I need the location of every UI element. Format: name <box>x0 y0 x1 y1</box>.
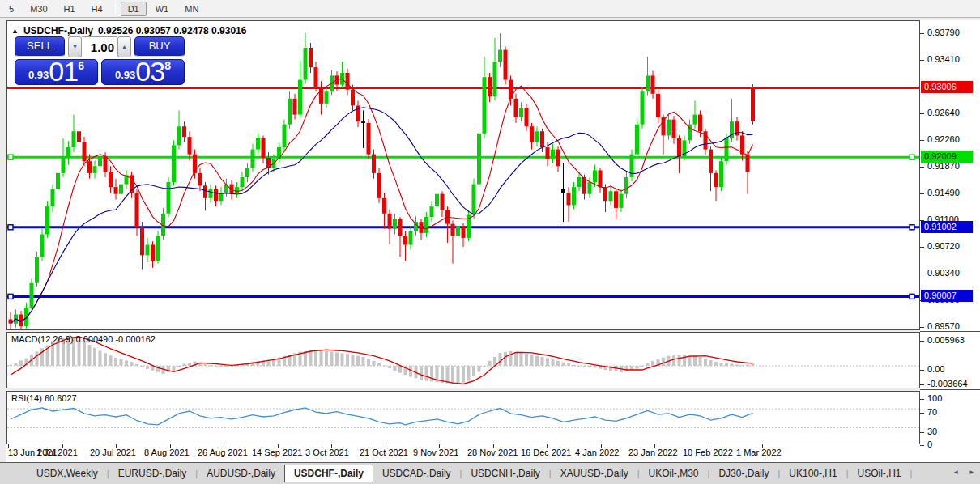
date-label: 21 Oct 2021 <box>360 448 408 457</box>
tab-scroll-arrows: ◄ ► <box>952 469 975 476</box>
horizontal-line-0.92009[interactable] <box>7 155 919 159</box>
date-axis[interactable]: 13 Jun 20211 Jul 202120 Jul 20218 Aug 20… <box>6 444 920 462</box>
price-tick-label: 0.91490 <box>927 188 960 197</box>
line-handle[interactable] <box>910 155 914 159</box>
rsi-line <box>11 408 753 425</box>
rsi-pane[interactable]: RSI(14) 60.6027 <box>6 391 920 444</box>
line-handle[interactable] <box>8 294 13 299</box>
tab-eurusd-daily[interactable]: EURUSD-,Daily <box>109 465 196 482</box>
date-label: 10 Feb 2022 <box>683 448 733 457</box>
date-label: 3 Oct 2021 <box>305 448 349 457</box>
price-tick-label: 0.90340 <box>927 268 960 278</box>
tab-dj30-daily[interactable]: DJ30-,Daily <box>709 465 778 482</box>
axis-tick <box>920 167 924 168</box>
timeframe-h4[interactable]: H4 <box>84 2 110 16</box>
timeframe-m30[interactable]: M30 <box>23 2 54 16</box>
axis-tick <box>920 33 924 34</box>
line-handle[interactable] <box>8 155 13 159</box>
rsi-axis-label: 70 <box>927 407 937 417</box>
volume-stepper: ▼ ▲ <box>68 36 131 57</box>
tab-ukoil-m30[interactable]: UKOil-,M30 <box>640 465 708 482</box>
axis-tick <box>920 327 924 328</box>
price-line-badge: 0.91002 <box>921 221 973 233</box>
date-label: 8 Aug 2021 <box>144 448 190 457</box>
symbol-title: USDCHF-,Daily <box>23 25 93 36</box>
tab-uk100-h1[interactable]: UK100-,H1 <box>780 465 846 482</box>
horizontal-line-0.90007[interactable] <box>7 294 919 299</box>
price-line-badge: 0.92009 <box>921 151 973 163</box>
tab-scroll-left-icon[interactable]: ◄ <box>952 469 959 476</box>
price-tick-label: 0.93410 <box>927 54 960 64</box>
date-label: 1 Mar 2022 <box>736 448 782 457</box>
sell-button[interactable]: SELL <box>15 36 65 57</box>
sell-price-big: 01 <box>49 59 78 83</box>
macd-axis-label: -0.003664 <box>927 379 968 388</box>
price-line-badge: 0.93006 <box>921 81 973 93</box>
sell-price-pip: 6 <box>78 59 84 72</box>
price-tick-label: 0.89570 <box>927 321 960 331</box>
sell-price-prefix: 0.93 <box>28 69 49 81</box>
tab-usdchf-daily[interactable]: USDCHF-,Daily <box>284 465 373 482</box>
tab-xauusd-daily[interactable]: XAUUSD-,Daily <box>552 465 637 482</box>
toolbar-separator <box>115 2 116 15</box>
date-label: 4 Jan 2022 <box>575 448 619 457</box>
buy-price-pip: 8 <box>164 59 171 72</box>
date-label: 20 Jul 2021 <box>90 448 136 457</box>
timeframe-d1[interactable]: D1 <box>121 2 147 16</box>
date-label: 26 Aug 2021 <box>198 448 248 457</box>
volume-input[interactable] <box>82 36 117 57</box>
timeframe-mn[interactable]: MN <box>177 2 206 16</box>
rsi-axis-label: 100 <box>927 393 942 403</box>
axis-tick <box>920 113 924 114</box>
axis-tick <box>920 60 924 61</box>
timeframe-h1[interactable]: H1 <box>57 2 83 16</box>
price-line-badge: 0.90007 <box>921 290 973 302</box>
tab-scroll-right-icon[interactable]: ► <box>969 469 975 476</box>
axis-tick <box>920 193 924 194</box>
date-label: 14 Sep 2021 <box>252 448 302 457</box>
mt4-window: 5M30H1H4D1W1MN MACD(12,26,9) 0.000490 -0… <box>0 0 980 484</box>
rsi-axis-label: 30 <box>927 427 937 436</box>
ohlc-readout: 0.92526 0.93057 0.92478 0.93016 <box>98 25 247 36</box>
line-handle[interactable] <box>910 225 914 230</box>
sell-price[interactable]: 0.93 01 6 <box>15 59 98 85</box>
timeframe-5[interactable]: 5 <box>2 2 21 16</box>
line-handle[interactable] <box>910 294 914 299</box>
price-tick-label: 0.90720 <box>927 241 960 251</box>
line-handle[interactable] <box>8 225 13 230</box>
tab-separator: | <box>910 469 913 478</box>
tab-usdcad-daily[interactable]: USDCAD-,Daily <box>373 465 460 482</box>
tab-usdx-weekly[interactable]: USDX,Weekly <box>28 465 107 482</box>
tab-audusd-daily[interactable]: AUDUSD-,Daily <box>198 465 284 482</box>
price-tick-label: 0.92260 <box>927 134 960 144</box>
tab-usoil-h1[interactable]: USOil-,H1 <box>849 465 910 482</box>
macd-label: MACD(12,26,9) 0.000490 -0.000162 <box>11 334 156 344</box>
buy-button[interactable]: BUY <box>134 36 185 57</box>
axis-tick <box>920 247 924 248</box>
price-tick-label: 0.92640 <box>927 108 960 117</box>
rsi-label: RSI(14) 60.6027 <box>11 393 77 403</box>
timeframe-toolbar: 5M30H1H4D1W1MN <box>0 0 980 18</box>
timeframe-w1[interactable]: W1 <box>148 2 177 16</box>
buy-price[interactable]: 0.93 03 8 <box>101 59 185 85</box>
date-label: 1 Jul 2021 <box>36 448 78 457</box>
price-axis[interactable]: 0.937900.934100.926400.922600.918700.914… <box>920 20 980 462</box>
date-label: 16 Dec 2021 <box>521 448 571 457</box>
chart-tab-bar: USDX,Weekly|EURUSD-,Daily|AUDUSD-,DailyU… <box>0 462 980 484</box>
macd-pane[interactable]: MACD(12,26,9) 0.000490 -0.000162 <box>6 332 920 388</box>
date-label: 28 Nov 2021 <box>467 448 518 457</box>
tab-usdcnh-daily[interactable]: USDCNH-,Daily <box>462 465 548 482</box>
volume-increase-icon[interactable]: ▲ <box>117 36 131 57</box>
buy-price-prefix: 0.93 <box>115 69 135 81</box>
buy-price-big: 03 <box>135 59 164 83</box>
macd-axis-label: 0.005963 <box>927 335 965 345</box>
axis-tick <box>920 140 924 141</box>
date-label: 23 Jan 2022 <box>628 448 678 457</box>
rsi-axis-label: 0 <box>927 439 932 449</box>
price-tick-label: 0.93790 <box>927 28 960 37</box>
chart-title-row: ▲ USDCHF-,Daily 0.92526 0.93057 0.92478 … <box>11 25 246 36</box>
rsi-chart <box>7 392 919 444</box>
volume-decrease-icon[interactable]: ▼ <box>68 36 82 57</box>
collapse-icon[interactable]: ▲ <box>11 27 19 35</box>
date-label: 9 Nov 2021 <box>413 448 458 457</box>
